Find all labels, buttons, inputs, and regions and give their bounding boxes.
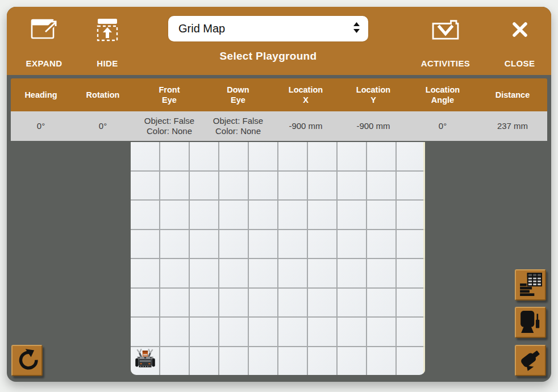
grid-cell[interactable]	[190, 347, 218, 376]
grid-cell[interactable]	[190, 172, 218, 200]
grid-cell[interactable]	[219, 347, 248, 376]
grid-cell[interactable]	[160, 201, 189, 229]
header-bar: EXPAND HIDE Grid Map Select	[7, 7, 551, 75]
grid-cell[interactable]	[190, 289, 218, 317]
playground-select[interactable]: Grid Map	[168, 16, 368, 41]
grid-cell[interactable]	[131, 230, 159, 258]
grid-cell[interactable]	[278, 142, 307, 170]
grid-cell[interactable]	[190, 230, 218, 258]
grid-cell[interactable]	[278, 230, 307, 258]
grid-cell[interactable]	[249, 172, 277, 200]
grid-cell[interactable]	[131, 347, 159, 376]
grid-cell[interactable]	[131, 289, 159, 317]
grid-cell[interactable]	[160, 142, 189, 170]
grid-cell[interactable]	[338, 318, 366, 346]
col-front-eye: FrontEye	[135, 78, 204, 111]
grid-cell[interactable]	[367, 347, 395, 376]
grid-cell[interactable]	[308, 347, 336, 376]
grid-cell[interactable]	[190, 318, 218, 346]
grid-cell[interactable]	[397, 142, 425, 170]
grid-cell[interactable]	[278, 318, 307, 346]
value-distance: 237 mm	[478, 111, 547, 141]
grid-cell[interactable]	[308, 142, 336, 170]
grid-cell[interactable]	[367, 201, 395, 229]
grid-cell[interactable]	[278, 201, 307, 229]
grid-cell[interactable]	[397, 347, 425, 376]
grid-cell[interactable]	[278, 289, 307, 317]
grid-cell[interactable]	[367, 318, 395, 346]
grid-cell[interactable]	[397, 172, 425, 200]
grid-cell[interactable]	[131, 142, 159, 170]
grid-cell[interactable]	[160, 347, 189, 376]
grid-cell[interactable]	[367, 289, 395, 317]
robot-sprite[interactable]	[133, 348, 157, 374]
grid-cell[interactable]	[249, 230, 277, 258]
activities-label: ACTIVITIES	[421, 59, 470, 68]
grid-cell[interactable]	[160, 289, 189, 317]
grid-cell[interactable]	[367, 142, 395, 170]
grid-cell[interactable]	[190, 142, 218, 170]
grid-cell[interactable]	[397, 289, 425, 317]
close-button[interactable]: CLOSE	[493, 15, 547, 68]
grid-cell[interactable]	[249, 289, 277, 317]
grid-cell[interactable]	[219, 318, 248, 346]
table-stats-icon	[519, 272, 543, 298]
grid-cell[interactable]	[249, 142, 277, 170]
close-x-icon	[511, 15, 529, 44]
expand-button[interactable]: EXPAND	[17, 15, 71, 68]
grid-cell[interactable]	[338, 289, 366, 317]
camera-button[interactable]	[515, 345, 546, 376]
grid-cell[interactable]	[219, 172, 248, 200]
grid-cell[interactable]	[249, 318, 277, 346]
grid-cell[interactable]	[160, 230, 189, 258]
grid-cell[interactable]	[131, 201, 159, 229]
grid-cell[interactable]	[249, 201, 277, 229]
grid-cell[interactable]	[397, 318, 425, 346]
grid-cell[interactable]	[397, 201, 425, 229]
grid-cell[interactable]	[190, 201, 218, 229]
grid-cell[interactable]	[308, 289, 336, 317]
stats-table-button[interactable]	[515, 269, 546, 301]
grid-cell[interactable]	[338, 259, 366, 287]
grid-cell[interactable]	[308, 230, 336, 258]
grid-cell[interactable]	[249, 259, 277, 287]
grid-cell[interactable]	[131, 318, 159, 346]
grid-cell[interactable]	[397, 230, 425, 258]
telemetry-table-header: Heading Rotation FrontEye DownEye Locati…	[11, 78, 547, 111]
grid-cell[interactable]	[308, 172, 336, 200]
grid-cell[interactable]	[219, 230, 248, 258]
grid-cell[interactable]	[308, 318, 336, 346]
grid-cell[interactable]	[131, 172, 159, 200]
grid-cell[interactable]	[160, 318, 189, 346]
grid-cell[interactable]	[249, 347, 277, 376]
grid-cell[interactable]	[308, 259, 336, 287]
grid-cell[interactable]	[278, 347, 307, 376]
activities-button[interactable]: ACTIVITIES	[411, 15, 480, 68]
grid-cell[interactable]	[338, 347, 366, 376]
hide-button[interactable]: HIDE	[82, 15, 133, 68]
grid-cell[interactable]	[367, 259, 395, 287]
grid-cell[interactable]	[219, 259, 248, 287]
monitor-lever-icon	[519, 310, 543, 336]
grid-cell[interactable]	[160, 259, 189, 287]
grid-cell[interactable]	[367, 230, 395, 258]
grid-cell[interactable]	[338, 172, 366, 200]
grid-cell[interactable]	[338, 230, 366, 258]
grid-cell[interactable]	[131, 259, 159, 287]
value-heading: 0°	[11, 111, 71, 141]
grid-cell[interactable]	[219, 201, 248, 229]
grid-cell[interactable]	[278, 259, 307, 287]
grid-cell[interactable]	[397, 259, 425, 287]
grid-cell[interactable]	[278, 172, 307, 200]
grid-cell[interactable]	[190, 259, 218, 287]
col-location-y: LocationY	[339, 78, 407, 111]
grid-cell[interactable]	[367, 172, 395, 200]
grid-cell[interactable]	[219, 142, 248, 170]
monitor-button[interactable]	[515, 307, 546, 338]
grid-cell[interactable]	[308, 201, 336, 229]
reset-rotation-button[interactable]	[11, 345, 43, 376]
grid-cell[interactable]	[160, 172, 189, 200]
grid-cell[interactable]	[338, 201, 366, 229]
grid-cell[interactable]	[219, 289, 248, 317]
grid-cell[interactable]	[338, 142, 366, 170]
